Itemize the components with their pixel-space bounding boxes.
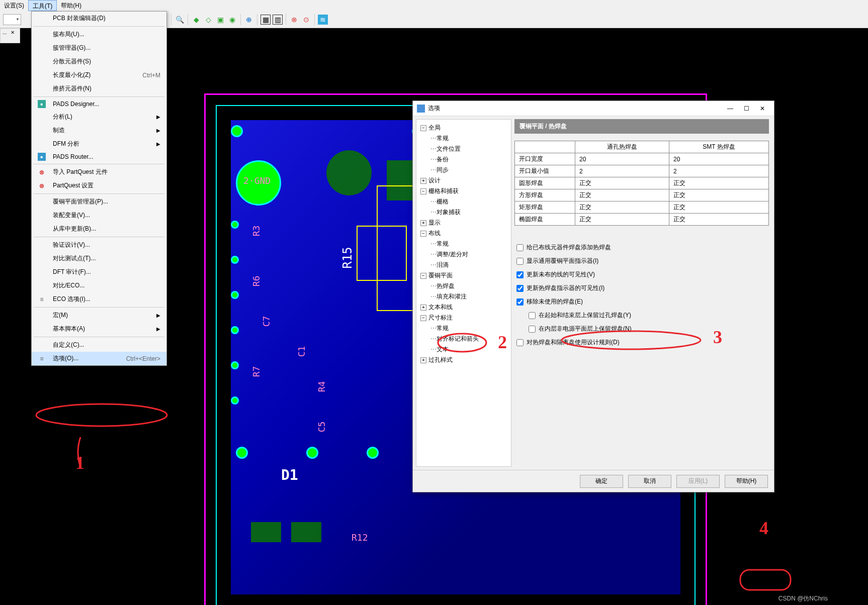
checkbox[interactable] <box>529 326 536 333</box>
tree-node[interactable]: ⋯文件位置 <box>418 144 509 154</box>
tool-icon-1[interactable]: ◆ <box>191 15 201 25</box>
tree-node[interactable]: −栅格和捕获 <box>418 186 509 196</box>
menu-item[interactable]: PCB 封装编辑器(D) <box>32 12 166 25</box>
menu-item[interactable]: ≡ECO 选项(I)... <box>32 292 166 306</box>
menu-item[interactable]: 分析(L)▶ <box>32 110 166 124</box>
menu-item[interactable]: 对比测试点(T)... <box>32 252 166 265</box>
menu-item[interactable]: 长度最小化(Z)Ctrl+M <box>32 68 166 82</box>
checkbox[interactable] <box>516 271 524 278</box>
menu-item[interactable]: 对比/ECO... <box>32 279 166 292</box>
checkbox[interactable] <box>516 258 524 265</box>
table-cell[interactable]: 正交 <box>669 189 769 201</box>
tree-node[interactable]: +文本和线 <box>418 302 509 313</box>
tree-node[interactable]: ⋯备份 <box>418 154 509 165</box>
menu-item[interactable]: 覆铜平面管理器(P)... <box>32 195 166 209</box>
checkbox[interactable] <box>516 244 524 251</box>
zoom-icon[interactable]: 🔍 <box>175 15 185 25</box>
ok-button[interactable]: 确定 <box>580 475 623 488</box>
maximize-icon[interactable]: ☐ <box>739 103 754 115</box>
tree-node[interactable]: ⋯常规 <box>418 239 509 249</box>
table-cell[interactable]: 正交 <box>669 214 769 226</box>
menu-item[interactable]: 验证设计(V)... <box>32 238 166 252</box>
apply-button[interactable]: 应用(L) <box>676 475 720 488</box>
menu-item[interactable]: ⊗PartQuest 设置 <box>32 179 166 192</box>
table-cell[interactable]: 正交 <box>669 177 769 189</box>
menu-tools[interactable]: 工具(T) <box>28 0 57 11</box>
checkbox[interactable] <box>516 339 524 346</box>
menu-item[interactable]: 簇布局(U)... <box>32 28 166 41</box>
table-cell[interactable]: 正交 <box>575 189 669 201</box>
table-cell[interactable]: 正交 <box>575 201 669 214</box>
menu-item[interactable]: 基本脚本(A)▶ <box>32 322 166 336</box>
options-tree[interactable]: −全局⋯常规⋯文件位置⋯备份⋯同步+设计−栅格和捕获⋯栅格⋯对象捕获+显示−布线… <box>416 119 511 467</box>
menu-item[interactable]: 分散元器件(S) <box>32 55 166 68</box>
tool-icon-4[interactable]: ◉ <box>227 15 237 25</box>
menu-item[interactable]: 推挤元器件(N) <box>32 82 166 95</box>
menu-item[interactable]: ■PADS Router... <box>32 151 166 163</box>
tree-node[interactable]: ⋯常规 <box>418 133 509 144</box>
minimize-icon[interactable]: — <box>723 103 738 115</box>
checkbox[interactable] <box>516 285 524 292</box>
close-icon[interactable]: ✕ <box>755 103 770 115</box>
tree-node[interactable]: ⋯栅格 <box>418 196 509 207</box>
menu-item[interactable]: 自定义(C)... <box>32 338 166 352</box>
menu-item[interactable]: 宏(M)▶ <box>32 309 166 322</box>
tree-toggle-icon[interactable]: − <box>420 125 426 131</box>
checkbox[interactable] <box>516 298 524 306</box>
tool-icon-2[interactable]: ◇ <box>203 15 213 25</box>
table-cell[interactable]: 2 <box>575 165 669 177</box>
tree-toggle-icon[interactable]: + <box>420 357 426 363</box>
tree-node[interactable]: ⋯泪滴 <box>418 260 509 270</box>
menu-item[interactable]: 装配变量(V)... <box>32 209 166 222</box>
tree-toggle-icon[interactable]: − <box>420 188 426 194</box>
tool-icon-9[interactable]: ⊙ <box>301 15 311 25</box>
tree-toggle-icon[interactable]: + <box>420 305 426 311</box>
menu-help[interactable]: 帮助(H) <box>57 0 85 11</box>
tool-icon-10[interactable]: ≋ <box>318 15 328 25</box>
tree-node[interactable]: +显示 <box>418 218 509 228</box>
tree-toggle-icon[interactable]: − <box>420 315 426 321</box>
table-cell[interactable]: 2 <box>669 165 769 177</box>
help-button[interactable]: 帮助(H) <box>725 475 768 488</box>
tree-node[interactable]: −布线 <box>418 228 509 239</box>
cancel-button[interactable]: 取消 <box>628 475 671 488</box>
table-cell[interactable]: 正交 <box>575 177 669 189</box>
tree-toggle-icon[interactable]: + <box>420 178 426 184</box>
tool-icon-5[interactable]: ⊕ <box>244 15 254 25</box>
tool-icon-6[interactable]: ▦ <box>261 15 271 25</box>
left-panel-tabs[interactable]: ...✕ <box>0 28 20 43</box>
tool-icon-8[interactable]: ⊗ <box>289 15 299 25</box>
menu-item[interactable]: DFM 分析▶ <box>32 137 166 151</box>
tree-node[interactable]: +过孔样式 <box>418 355 509 365</box>
menu-item[interactable]: ≡选项(O)...Ctrl+<Enter> <box>32 352 166 365</box>
table-cell[interactable]: 正交 <box>575 214 669 226</box>
tree-node[interactable]: −覆铜平面 <box>418 270 509 281</box>
tree-toggle-icon[interactable]: − <box>420 273 426 279</box>
tree-node[interactable]: −尺寸标注 <box>418 313 509 323</box>
toolbar-combo[interactable]: ▼ <box>3 14 21 25</box>
tree-node[interactable]: ⋯对齐标记和箭头 <box>418 334 509 344</box>
tree-node[interactable]: ⋯常规 <box>418 323 509 334</box>
tree-node[interactable]: −全局 <box>418 123 509 133</box>
menu-item[interactable]: 簇管理器(G)... <box>32 41 166 55</box>
menu-item[interactable]: ⊗导入 PartQuest 元件 <box>32 165 166 179</box>
menu-item[interactable]: 制造▶ <box>32 124 166 137</box>
menu-item[interactable]: DFT 审计(F)... <box>32 265 166 279</box>
dialog-titlebar[interactable]: 选项 — ☐ ✕ <box>413 101 774 116</box>
tree-toggle-icon[interactable]: + <box>420 220 426 226</box>
menu-item[interactable]: ■PADS Designer... <box>32 98 166 110</box>
table-cell[interactable]: 正交 <box>669 201 769 214</box>
table-cell[interactable]: 20 <box>575 153 669 165</box>
tree-toggle-icon[interactable]: − <box>420 231 426 237</box>
tool-icon-3[interactable]: ▣ <box>215 15 225 25</box>
table-cell[interactable]: 20 <box>669 153 769 165</box>
tree-node[interactable]: ⋯对象捕获 <box>418 207 509 218</box>
tree-node[interactable]: ⋯同步 <box>418 165 509 175</box>
tool-icon-7[interactable]: ▥ <box>273 15 283 25</box>
menu-settings[interactable]: 设置(S) <box>0 0 28 11</box>
tree-node[interactable]: ⋯文本 <box>418 344 509 355</box>
tree-node[interactable]: ⋯调整/差分对 <box>418 249 509 260</box>
tree-node[interactable]: ⋯填充和灌注 <box>418 291 509 302</box>
menu-item[interactable]: 从库中更新(B)... <box>32 222 166 236</box>
checkbox[interactable] <box>529 312 536 319</box>
